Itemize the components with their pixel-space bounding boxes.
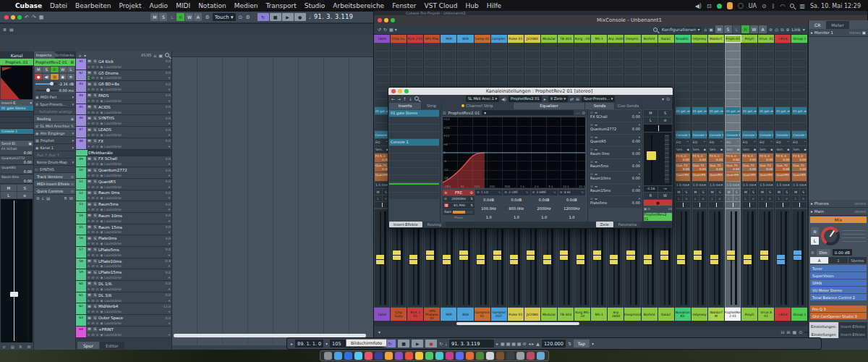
mixer-channel-label-top[interactable]: Arp 2600	[608, 35, 624, 43]
tempo-spinner[interactable]: ⇅	[568, 341, 571, 346]
dock-icon[interactable]	[516, 352, 524, 360]
bin-icon[interactable]: ▤	[46, 196, 50, 201]
send-slot[interactable]: ⊙◂▸▾ Raum10ms0.00	[589, 172, 642, 183]
track-mute-button[interactable]: M	[87, 327, 92, 332]
track-write-button[interactable]: W	[91, 196, 94, 200]
redo-icon[interactable]: ↻	[383, 27, 387, 32]
grid-icon[interactable]: ▣	[709, 27, 713, 32]
add-icon[interactable]: ⊕	[786, 27, 790, 32]
monitor-icon[interactable]: ▣	[644, 207, 647, 211]
marker-icons[interactable]: ▦ ▦ ▦ ▦ ⊘	[501, 341, 526, 346]
track-parameter-label[interactable]: Lautstärke	[104, 242, 166, 245]
overview-icon[interactable]: ▤	[9, 27, 14, 32]
time-display[interactable]: 91. 3. 3.119	[449, 340, 494, 348]
redo-icon[interactable]: ↷	[32, 14, 36, 20]
automation-button[interactable]: W	[185, 13, 193, 21]
track-solo-button[interactable]: S	[93, 316, 98, 320]
track-mute-button[interactable]: M	[87, 105, 92, 109]
track-solo-button[interactable]: S	[93, 202, 98, 206]
bypass-icon[interactable]: ⊘	[96, 310, 99, 313]
mixer-channel-label[interactable]: 909	[441, 308, 457, 321]
inspector-row[interactable]: ≣ Spur-Presets... ▾	[34, 101, 75, 108]
track-mute-button[interactable]: M	[87, 202, 92, 206]
record-enable-button[interactable]: ●	[35, 74, 42, 80]
control-center-icon[interactable]: ▥	[799, 3, 805, 9]
kanal-send-slot[interactable]: QuantR50.00	[0, 165, 33, 174]
track-solo-button[interactable]: S	[93, 180, 98, 184]
sends-bottom-tab[interactable]: Panorama	[614, 222, 641, 227]
eq-band-gain[interactable]: 0.0dB	[558, 196, 585, 204]
track-mute-button[interactable]: M	[87, 93, 92, 98]
track-parameter-label[interactable]: Lautstärke	[104, 321, 166, 325]
mixer-channel-label[interactable]: Deepmind	[624, 308, 641, 321]
eq-band-header[interactable]: ⊙1 LO∿	[475, 190, 502, 195]
insert-slot[interactable]: 01 gat..en	[742, 107, 757, 114]
track-row[interactable]: 42 M S G5 Drums 0.0 R W ⊘ ◉ Lautstärke	[76, 70, 171, 82]
mix-source-button[interactable]: Mix	[810, 216, 867, 223]
record-button[interactable]: ●	[294, 13, 306, 21]
wifi-icon[interactable]: ◠	[780, 3, 785, 9]
channel-fader[interactable]	[692, 209, 707, 307]
mute-button[interactable]: M	[709, 189, 716, 195]
down-icon[interactable]: ↓	[409, 96, 412, 101]
automation-button[interactable]: R	[176, 13, 184, 21]
chevron-down-icon[interactable]: ▾	[169, 333, 170, 337]
send-slot[interactable]: FX S..ll0.00	[775, 153, 790, 162]
insert-slot[interactable]	[389, 161, 439, 167]
listen-button[interactable]: L	[775, 195, 783, 201]
strip-rack-header[interactable]: Sen.▪	[759, 146, 773, 153]
right-zone-tab[interactable]: Insert-Effekte	[839, 330, 868, 338]
kanal-insert-slot[interactable]	[0, 111, 33, 117]
tab-strip[interactable]: Strip	[422, 103, 441, 109]
mixer-channel-label-top[interactable]: Korg .-20	[574, 35, 591, 43]
phones-row[interactable]: ▸Phonesstereo	[809, 200, 868, 208]
pan-control[interactable]	[792, 202, 807, 208]
click-icon[interactable]: ▲	[536, 341, 540, 346]
send-slot[interactable]: FX S..ll0.00	[742, 153, 757, 162]
eq-band-q[interactable]: 1.0	[531, 213, 558, 221]
chevron-down-icon[interactable]: ▾	[169, 219, 170, 223]
eq-band-gain[interactable]: 0.0dB	[531, 196, 558, 204]
menu-item[interactable]: Arbeitsbereiche	[333, 2, 384, 9]
chevron-down-icon[interactable]: ≋	[71, 174, 74, 179]
track-solo-button[interactable]: S	[93, 93, 98, 98]
track-parameter-label[interactable]: Lautstärke	[104, 208, 166, 211]
track-read-button[interactable]: R	[88, 76, 90, 80]
solo-button[interactable]: S	[750, 189, 757, 195]
grid-icon[interactable]: ▣	[158, 53, 163, 58]
track-row[interactable]: 48 M S FX 0.0 R W ⊘ ◉ Lautstärke ▾	[76, 138, 171, 150]
mixer-channel-label[interactable]: Biofeld	[642, 308, 658, 321]
delay-row[interactable]: 1.5 ms▾	[792, 182, 807, 188]
track-solo-button[interactable]: S	[93, 225, 98, 230]
return-icon[interactable]: ↻	[439, 341, 443, 346]
track-parameter-label[interactable]: Lautstärke	[104, 196, 166, 200]
chevron-down-icon[interactable]: ▾	[169, 162, 170, 166]
speaker-config-icon[interactable]: ≋	[811, 227, 819, 235]
strip-rack-header[interactable]: Sen.▪	[775, 146, 790, 153]
setup-icon[interactable]: ▦	[39, 14, 44, 20]
eq-band-header[interactable]: ⊙2 LMF∿	[503, 190, 529, 195]
menu-item[interactable]: VST Cloud	[425, 2, 458, 9]
monitor-button[interactable]: ◀)	[43, 74, 50, 80]
dock-icon[interactable]	[466, 352, 474, 360]
eq-rack-header[interactable]: EQ⌃	[709, 139, 723, 146]
track-write-button[interactable]: W	[91, 88, 94, 91]
track-solo-button[interactable]: S	[93, 259, 98, 264]
kanal-insert-slot[interactable]: 01 gate Stereo	[0, 106, 33, 111]
tab-cr[interactable]: CR	[809, 21, 825, 29]
dock-icon[interactable]	[476, 352, 484, 360]
automation-button[interactable]: L	[733, 25, 741, 33]
track-solo-button[interactable]: S	[93, 156, 98, 161]
track-mute-button[interactable]: M	[87, 259, 92, 264]
track-parameter-label[interactable]: Lautstärke	[104, 299, 166, 303]
stop-button[interactable]: ■	[270, 13, 281, 21]
eq-band-freq[interactable]: 2000Hz	[531, 205, 558, 213]
solo-button[interactable]: S	[767, 189, 774, 195]
insert-slot[interactable]: 01 gat..en	[726, 107, 740, 114]
track-write-button[interactable]: W	[91, 287, 94, 291]
delay-row[interactable]: 1.5 ms▾	[742, 182, 757, 188]
timeline-ruler[interactable]	[172, 51, 373, 57]
edit-button[interactable]: e	[783, 195, 791, 201]
dock-icon[interactable]	[496, 352, 504, 360]
kanal-fader[interactable]	[1, 199, 33, 342]
